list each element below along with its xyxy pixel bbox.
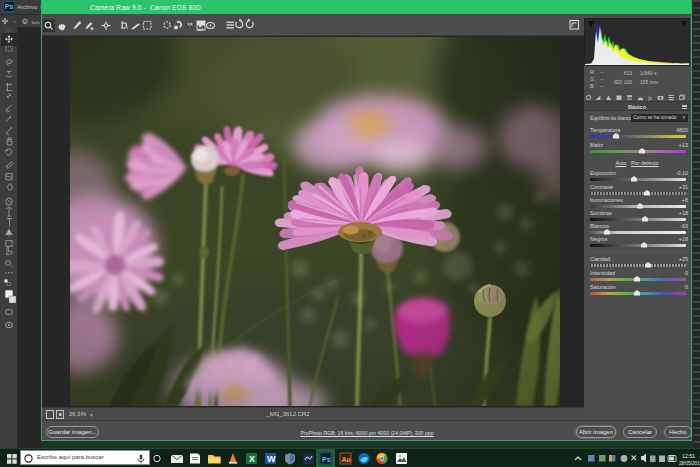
svg-text:Au: Au [342, 456, 351, 463]
svg-text:W: W [267, 454, 276, 464]
svg-text:28/05/2019: 28/05/2019 [679, 461, 700, 466]
svg-text:Ps: Ps [322, 456, 331, 463]
svg-text:Sele: Sele [31, 20, 40, 25]
svg-text:X: X [249, 454, 255, 464]
svg-text:12:51: 12:51 [682, 453, 695, 459]
